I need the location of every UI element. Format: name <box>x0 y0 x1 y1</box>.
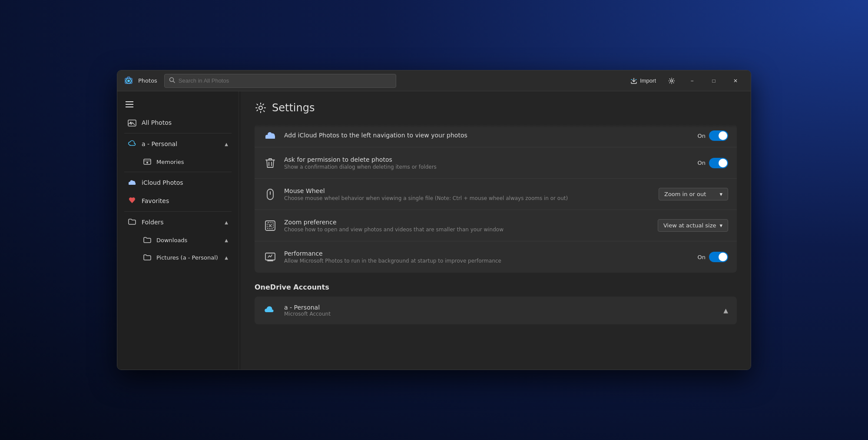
delete-setting-text: Ask for permission to delete photos Show… <box>284 156 698 170</box>
sidebar-divider-1 <box>124 133 232 133</box>
performance-icon <box>263 250 277 264</box>
settings-button[interactable] <box>663 74 680 88</box>
pictures-label: Pictures (a - Personal) <box>156 254 218 261</box>
zoom-dropdown-value: View at actual size <box>663 222 716 229</box>
mousewheel-dropdown[interactable]: Zoom in or out ▾ <box>659 188 728 200</box>
folders-chevron-icon: ▲ <box>225 220 228 225</box>
mousewheel-icon <box>263 187 277 201</box>
sidebar-item-downloads[interactable]: Downloads ▲ <box>124 232 235 248</box>
icloud-toggle-wrapper: On <box>698 130 728 141</box>
sidebar: All Photos a - Personal ▲ <box>117 91 239 370</box>
titlebar-actions: Import − □ ✕ <box>625 74 745 88</box>
onedrive-chevron-icon: ▲ <box>723 307 728 314</box>
memories-label: Memories <box>156 159 184 165</box>
delete-setting-label: Ask for permission to delete photos <box>284 156 698 163</box>
zoom-dropdown[interactable]: View at actual size ▾ <box>658 219 728 232</box>
icloud-setting-text: Add iCloud Photos to the left navigation… <box>284 132 698 140</box>
performance-setting-control: On <box>698 252 728 262</box>
mousewheel-setting-text: Mouse Wheel Choose mouse wheel behavior … <box>284 187 659 201</box>
settings-card: Add iCloud Photos to the left navigation… <box>255 124 737 273</box>
icloud-setting-control: On <box>698 130 728 141</box>
sidebar-favorites-label: Favorites <box>142 197 169 204</box>
onedrive-account-row[interactable]: a - Personal Microsoft Account ▲ <box>255 297 737 324</box>
svg-rect-17 <box>129 183 136 185</box>
zoom-dropdown-chevron: ▾ <box>719 222 722 229</box>
settings-gear-icon <box>255 102 267 114</box>
zoom-icon <box>263 219 277 233</box>
performance-setting-desc: Allow Microsoft Photos to run in the bac… <box>284 258 698 264</box>
delete-setting-desc: Show a confirmation dialog when deleting… <box>284 164 698 170</box>
sidebar-item-pictures[interactable]: Pictures (a - Personal) ▲ <box>124 249 235 266</box>
settings-row-mousewheel: Mouse Wheel Choose mouse wheel behavior … <box>255 179 737 210</box>
import-button[interactable]: Import <box>625 74 661 88</box>
titlebar: Photos Import <box>117 70 751 91</box>
settings-row-zoom: Zoom preference Choose how to open and v… <box>255 210 737 241</box>
sidebar-item-all-photos[interactable]: All Photos <box>121 114 235 131</box>
sidebar-all-photos-label: All Photos <box>142 119 172 126</box>
mousewheel-setting-desc: Choose mouse wheel behavior when viewing… <box>284 195 659 201</box>
performance-toggle-label: On <box>698 254 706 260</box>
mousewheel-dropdown-chevron: ▾ <box>719 191 722 197</box>
mousewheel-setting-label: Mouse Wheel <box>284 187 659 194</box>
sidebar-item-memories[interactable]: Memories <box>124 153 235 170</box>
main-area: All Photos a - Personal ▲ <box>117 91 751 370</box>
onedrive-account-sublabel: Microsoft Account <box>284 311 723 317</box>
minimize-button[interactable]: − <box>682 74 702 88</box>
mousewheel-setting-control: Zoom in or out ▾ <box>659 188 728 200</box>
sidebar-menu-button[interactable] <box>121 97 138 112</box>
icloud-setting-icon <box>263 129 277 143</box>
delete-toggle-label: On <box>698 160 706 166</box>
sidebar-personal-label: a - Personal <box>142 140 177 147</box>
memories-icon <box>143 158 151 166</box>
sidebar-folders-label: Folders <box>142 219 164 226</box>
sidebar-section-folders: Folders ▲ Downloads ▲ <box>121 213 235 266</box>
close-button[interactable]: ✕ <box>726 74 745 88</box>
sidebar-folders-header[interactable]: Folders ▲ <box>121 213 235 231</box>
onedrive-section: OneDrive Accounts a - Personal Microsoft… <box>255 283 737 324</box>
onedrive-account-icon <box>263 303 277 317</box>
svg-point-2 <box>127 80 130 82</box>
app-logo <box>123 75 135 87</box>
svg-point-18 <box>259 106 262 110</box>
performance-setting-label: Performance <box>284 250 698 257</box>
delete-toggle-wrapper: On <box>698 158 728 168</box>
icloud-setting-label: Add iCloud Photos to the left navigation… <box>284 132 698 139</box>
icloud-toggle[interactable] <box>709 130 728 141</box>
sidebar-personal-header[interactable]: a - Personal ▲ <box>121 135 235 153</box>
downloads-chevron-icon: ▲ <box>225 238 228 243</box>
onedrive-section-title: OneDrive Accounts <box>255 283 737 291</box>
zoom-setting-label: Zoom preference <box>284 219 658 226</box>
all-photos-icon <box>128 118 136 127</box>
performance-toggle[interactable] <box>709 252 728 262</box>
pictures-folder-icon <box>143 253 151 261</box>
sidebar-section-personal: a - Personal ▲ Memories <box>121 135 235 170</box>
svg-line-5 <box>173 81 175 83</box>
svg-point-6 <box>671 80 673 82</box>
zoom-setting-control: View at actual size ▾ <box>658 219 728 232</box>
svg-point-13 <box>146 162 148 163</box>
sidebar-item-icloud[interactable]: iCloud Photos <box>121 174 235 191</box>
delete-toggle[interactable] <box>709 158 728 168</box>
mousewheel-dropdown-value: Zoom in or out <box>664 191 706 197</box>
onedrive-account-text: a - Personal Microsoft Account <box>284 304 723 317</box>
folders-icon <box>128 217 136 227</box>
delete-setting-control: On <box>698 158 728 168</box>
app-window: Photos Import <box>117 70 751 370</box>
sidebar-divider-3 <box>124 211 232 212</box>
search-input[interactable] <box>179 77 391 84</box>
maximize-button[interactable]: □ <box>704 74 724 88</box>
settings-row-icloud: Add iCloud Photos to the left navigation… <box>255 124 737 147</box>
sidebar-icloud-label: iCloud Photos <box>142 179 183 186</box>
settings-header: Settings <box>255 102 737 114</box>
performance-setting-text: Performance Allow Microsoft Photos to ru… <box>284 250 698 264</box>
zoom-setting-desc: Choose how to open and view photos and v… <box>284 227 658 233</box>
import-label: Import <box>640 77 656 84</box>
app-name: Photos <box>138 77 157 84</box>
downloads-folder-icon <box>143 236 151 244</box>
search-bar[interactable] <box>164 74 396 88</box>
onedrive-account-label: a - Personal <box>284 304 723 311</box>
sidebar-divider-2 <box>124 172 232 172</box>
personal-chevron-icon: ▲ <box>225 142 228 147</box>
sidebar-item-favorites[interactable]: Favorites <box>121 192 235 210</box>
settings-title: Settings <box>272 102 315 114</box>
